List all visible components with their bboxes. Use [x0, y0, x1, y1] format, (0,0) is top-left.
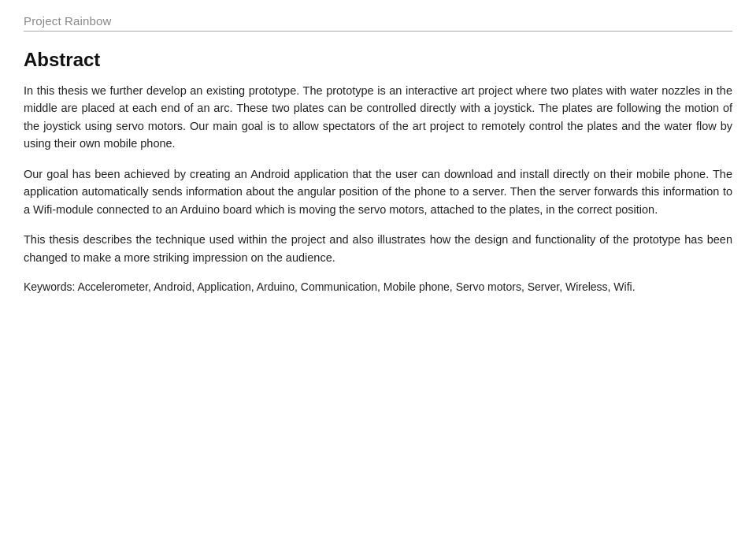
- abstract-heading: Abstract: [24, 49, 732, 71]
- abstract-body: In this thesis we further develop an exi…: [24, 82, 732, 266]
- keywords-value: Accelerometer, Android, Application, Ard…: [77, 280, 635, 293]
- page-title: Project Rainbow: [24, 14, 732, 28]
- title-divider: [24, 31, 732, 32]
- abstract-paragraph-2: Our goal has been achieved by creating a…: [24, 165, 732, 218]
- abstract-paragraph-3: This thesis describes the technique used…: [24, 231, 732, 266]
- page-container: Project Rainbow Abstract In this thesis …: [0, 0, 756, 553]
- keywords-section: Keywords: Accelerometer, Android, Applic…: [24, 279, 732, 295]
- keywords-label: Keywords:: [24, 280, 75, 293]
- abstract-paragraph-1: In this thesis we further develop an exi…: [24, 82, 732, 153]
